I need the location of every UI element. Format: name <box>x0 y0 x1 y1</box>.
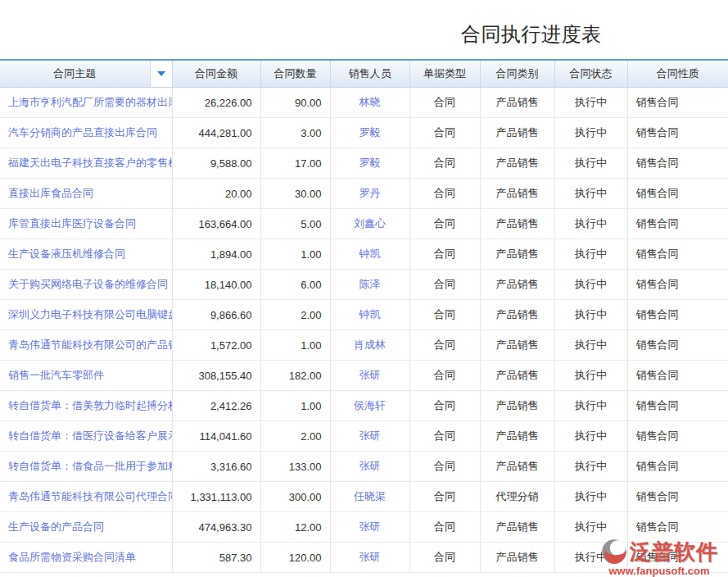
contract-subject-link[interactable]: 青岛伟通节能科技有限公司的产品销 <box>8 338 172 351</box>
table-row: 库管直接出库医疗设备合同 163,664.00 5.00 刘鑫心 合同 产品销售… <box>0 209 728 239</box>
salesperson-link[interactable]: 罗毅 <box>359 157 381 169</box>
cell-nature: 销售合同 <box>627 482 728 512</box>
salesperson-link[interactable]: 陈泽 <box>359 278 381 290</box>
cell-contract-subject: 深圳义力电子科技有限公司电脑键盘 <box>0 300 172 330</box>
cell-doc-type: 合同 <box>409 118 480 148</box>
cell-nature: 销售合同 <box>627 239 728 270</box>
table-row: 生产设备的产品合同 474,963.30 12.00 张研 合同 产品销售 执行… <box>0 512 728 543</box>
contract-subject-link[interactable]: 食品所需物资采购合同清单 <box>8 551 136 563</box>
col-header-nature[interactable]: 合同性质 <box>627 60 728 88</box>
cell-nature: 销售合同 <box>627 330 728 361</box>
cell-contract-subject: 销售一批汽车零部件 <box>0 361 172 391</box>
cell-doc-type: 合同 <box>409 300 480 330</box>
contract-subject-link[interactable]: 汽车分销商的产品直接出库合同 <box>8 126 157 139</box>
table-body: 上海市亨利汽配厂所需要的器材出库 26,226.00 90.00 林晓 合同 产… <box>0 88 728 573</box>
cell-doc-type: 合同 <box>409 270 480 300</box>
cell-category: 产品销售 <box>480 300 554 330</box>
contract-subject-link[interactable]: 库管直接出库医疗设备合同 <box>8 217 136 229</box>
contract-subject-link[interactable]: 转自借货单：借医疗设备给客户展示 <box>8 429 172 442</box>
salesperson-link[interactable]: 罗丹 <box>359 187 381 199</box>
table-row: 销售一批汽车零部件 308,155.40 182.00 张研 合同 产品销售 执… <box>0 361 728 391</box>
header-row: 合同主题 合同金额 合同数量 销售人员 单据类型 合同类别 合同状态 合同性质 <box>0 60 728 88</box>
contract-subject-link[interactable]: 生产设备的产品合同 <box>8 520 104 533</box>
salesperson-link[interactable]: 任晓渠 <box>354 490 386 502</box>
contract-subject-link[interactable]: 销售一批汽车零部件 <box>8 369 104 381</box>
contract-subject-link[interactable]: 福建天出电子科技直接客户的零售机 <box>8 157 172 169</box>
contract-subject-link[interactable]: 转自借货单：借食品一批用于参加粮 <box>8 460 172 472</box>
cell-contract-quantity: 30.00 <box>260 179 330 209</box>
cell-nature: 销售合同 <box>627 421 728 452</box>
cell-doc-type: 合同 <box>409 391 480 421</box>
cell-contract-quantity: 2.00 <box>260 421 330 452</box>
cell-contract-quantity: 182.00 <box>260 361 330 391</box>
cell-contract-subject: 青岛伟通节能科技有限公司的产品销 <box>0 330 172 361</box>
contract-subject-link[interactable]: 转自借货单：借美敦力临时起搏分析 <box>8 399 172 411</box>
salesperson-link[interactable]: 张研 <box>359 369 381 381</box>
subject-filter-dropdown[interactable] <box>150 60 172 88</box>
cell-contract-quantity: 120.00 <box>260 543 330 573</box>
cell-contract-subject: 库管直接出库医疗设备合同 <box>0 209 172 239</box>
contract-subject-link[interactable]: 直接出库食品合同 <box>8 187 93 199</box>
cell-nature: 销售合同 <box>627 543 728 573</box>
cell-status: 执行中 <box>554 482 627 512</box>
salesperson-link[interactable]: 侯海轩 <box>354 399 386 411</box>
col-header-subject[interactable]: 合同主题 <box>0 60 150 88</box>
cell-salesperson: 钟凯 <box>330 239 409 270</box>
cell-contract-amount: 9,866.60 <box>172 300 260 330</box>
cell-category: 产品销售 <box>480 209 554 239</box>
salesperson-link[interactable]: 钟凯 <box>359 248 381 260</box>
salesperson-link[interactable]: 张研 <box>359 520 381 533</box>
table-row: 直接出库食品合同 20.00 30.00 罗丹 合同 产品销售 执行中 销售合同 <box>0 179 728 209</box>
contract-subject-link[interactable]: 深圳义力电子科技有限公司电脑键盘 <box>8 308 172 320</box>
cell-nature: 销售合同 <box>627 209 728 239</box>
salesperson-link[interactable]: 张研 <box>359 429 381 442</box>
salesperson-link[interactable]: 林晓 <box>359 96 381 108</box>
table-row: 青岛伟通节能科技有限公司的产品销 1,572.00 1.00 肖成林 合同 产品… <box>0 330 728 361</box>
cell-nature: 销售合同 <box>627 118 728 148</box>
cell-doc-type: 合同 <box>409 330 480 361</box>
col-header-doc-type[interactable]: 单据类型 <box>409 60 480 88</box>
col-header-category[interactable]: 合同类别 <box>480 60 554 88</box>
table-header: 合同主题 合同金额 合同数量 销售人员 单据类型 合同类别 合同状态 合同性质 <box>0 60 728 88</box>
cell-contract-subject: 转自借货单：借美敦力临时起搏分析 <box>0 391 172 421</box>
cell-contract-quantity: 300.00 <box>260 482 330 512</box>
cell-doc-type: 合同 <box>409 421 480 452</box>
cell-salesperson: 钟凯 <box>330 300 409 330</box>
cell-status: 执行中 <box>554 300 627 330</box>
page-title: 合同执行进度表 <box>461 21 602 48</box>
contract-subject-link[interactable]: 青岛伟通节能科技有限公司代理合同 <box>8 490 172 502</box>
cell-salesperson: 罗毅 <box>330 118 409 148</box>
col-header-salesperson[interactable]: 销售人员 <box>330 60 409 88</box>
cell-category: 产品销售 <box>480 88 554 118</box>
salesperson-link[interactable]: 张研 <box>359 551 381 563</box>
cell-category: 产品销售 <box>480 330 554 361</box>
salesperson-link[interactable]: 肖成林 <box>354 338 386 351</box>
cell-doc-type: 合同 <box>409 148 480 179</box>
cell-status: 执行中 <box>554 179 627 209</box>
col-header-status[interactable]: 合同状态 <box>554 60 627 88</box>
contract-progress-table: 合同主题 合同金额 合同数量 销售人员 单据类型 合同类别 合同状态 合同性质 … <box>0 59 728 573</box>
salesperson-link[interactable]: 刘鑫心 <box>354 217 386 229</box>
cell-category: 产品销售 <box>480 421 554 452</box>
table-row: 食品所需物资采购合同清单 587.30 120.00 张研 合同 产品销售 执行… <box>0 543 728 573</box>
cell-nature: 销售合同 <box>627 391 728 421</box>
cell-salesperson: 刘鑫心 <box>330 209 409 239</box>
col-header-quantity[interactable]: 合同数量 <box>260 60 330 88</box>
cell-doc-type: 合同 <box>409 482 480 512</box>
contract-subject-link[interactable]: 关于购买网络电子设备的维修合同 <box>8 278 168 290</box>
salesperson-link[interactable]: 张研 <box>359 460 381 472</box>
cell-salesperson: 张研 <box>330 361 409 391</box>
table-row: 福建天出电子科技直接客户的零售机 9,588.00 17.00 罗毅 合同 产品… <box>0 148 728 179</box>
table-row: 青岛伟通节能科技有限公司代理合同 1,331,113.00 300.00 任晓渠… <box>0 482 728 512</box>
cell-status: 执行中 <box>554 209 627 239</box>
contract-subject-link[interactable]: 上海市亨利汽配厂所需要的器材出库 <box>8 96 172 108</box>
contract-subject-link[interactable]: 生产设备液压机维修合同 <box>8 248 125 260</box>
cell-status: 执行中 <box>554 330 627 361</box>
salesperson-link[interactable]: 罗毅 <box>359 126 381 139</box>
col-header-amount[interactable]: 合同金额 <box>172 60 260 88</box>
salesperson-link[interactable]: 钟凯 <box>359 308 381 320</box>
cell-contract-quantity: 6.00 <box>260 270 330 300</box>
cell-category: 产品销售 <box>480 118 554 148</box>
cell-contract-subject: 转自借货单：借食品一批用于参加粮 <box>0 452 172 482</box>
cell-status: 执行中 <box>554 421 627 452</box>
